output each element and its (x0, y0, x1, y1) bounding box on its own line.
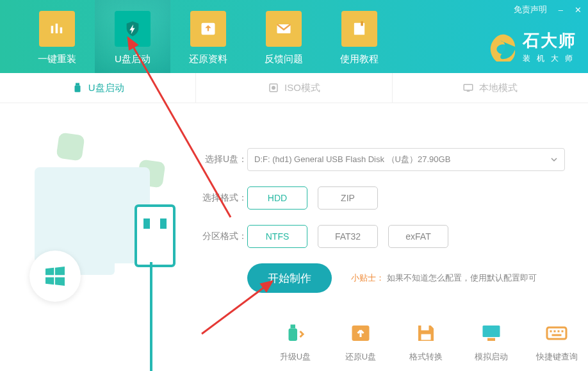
subtab-label: U盘启动 (88, 82, 124, 94)
svg-rect-1 (56, 24, 58, 33)
tool-simulate-boot[interactable]: 模拟启动 (465, 320, 518, 363)
svg-rect-13 (291, 325, 296, 329)
subtab-iso[interactable]: ISO模式 (196, 73, 392, 103)
window-controls: 免责声明 – ✕ (512, 3, 583, 17)
chevron-down-icon (550, 156, 558, 163)
tool-label: 快捷键查询 (536, 351, 578, 363)
restore-icon (347, 320, 375, 346)
fs-option-fat32[interactable]: FAT32 (318, 225, 378, 248)
envelope-icon (266, 11, 302, 47)
app-header: 一键重装 U盘启动 还原资料 反馈问题 (0, 0, 588, 73)
monitor-graphic (35, 167, 150, 263)
svg-rect-0 (51, 26, 54, 33)
main-nav: 一键重装 U盘启动 还原资料 反馈问题 (0, 0, 397, 73)
format-label: 选择格式： (199, 192, 247, 204)
fs-option-ntfs[interactable]: NTFS (247, 225, 307, 248)
usb-icon (72, 82, 83, 94)
svg-rect-18 (483, 326, 500, 337)
fs-segment: NTFS FAT32 exFAT (247, 225, 448, 248)
upload-box-icon (190, 11, 226, 47)
subtab-upan[interactable]: U盘启动 (0, 73, 196, 103)
usb-plug-graphic (135, 204, 176, 267)
subtab-label: 本地模式 (479, 82, 518, 94)
subtabs: U盘启动 ISO模式 本地模式 (0, 73, 588, 103)
svg-rect-6 (361, 21, 363, 26)
brand-subtitle: 装机大师 (523, 53, 579, 64)
svg-rect-23 (558, 331, 560, 333)
nav-item-reinstall[interactable]: 一键重装 (19, 0, 95, 73)
monitor-icon (462, 82, 474, 94)
tip: 小贴士：如果不知道怎么配置，使用默认配置即可 (351, 272, 537, 284)
bottom-toolbar: 升级U盘 还原U盘 格式转换 模拟启动 快捷键查询 (269, 320, 583, 363)
tip-text: 如果不知道怎么配置，使用默认配置即可 (387, 273, 537, 283)
nav-item-restore[interactable]: 还原资料 (170, 0, 246, 73)
tool-label: 模拟启动 (475, 351, 508, 363)
nav-label: U盘启动 (115, 53, 151, 65)
svg-point-10 (272, 86, 275, 90)
fs-option-exfat[interactable]: exFAT (388, 225, 448, 248)
svg-rect-25 (552, 334, 562, 336)
svg-rect-24 (562, 331, 564, 333)
tool-label: 升级U盘 (280, 351, 311, 363)
nav-label: 使用教程 (340, 53, 379, 65)
subtab-local[interactable]: 本地模式 (393, 73, 588, 103)
windows-circle-icon (29, 251, 81, 302)
nav-item-tutorial[interactable]: 使用教程 (322, 0, 397, 73)
svg-rect-12 (467, 91, 470, 92)
format-option-hdd[interactable]: HDD (247, 186, 307, 210)
disk-dropdown[interactable]: D:F: (hd1) General USB Flash Disk （U盘）27… (247, 148, 565, 171)
usb-upgrade-icon (281, 320, 309, 346)
select-disk-label: 选择U盘： (199, 154, 247, 165)
svg-rect-22 (554, 331, 556, 333)
brand-logo-icon (488, 32, 518, 62)
svg-rect-19 (487, 338, 495, 342)
leaf-icon (56, 132, 85, 161)
svg-rect-7 (76, 83, 79, 86)
format-segment: HDD ZIP (247, 186, 378, 210)
minimize-button[interactable]: – (557, 4, 564, 16)
subtab-label: ISO模式 (284, 82, 320, 94)
bars-icon (39, 11, 75, 47)
fs-label: 分区格式： (199, 231, 247, 242)
illustration (19, 122, 186, 289)
svg-rect-16 (421, 326, 429, 331)
svg-rect-17 (421, 334, 431, 340)
nav-label: 一键重装 (38, 53, 76, 65)
body: 选择U盘： D:F: (hd1) General USB Flash Disk … (0, 103, 588, 371)
usb-cable-graphic (150, 262, 152, 371)
nav-label: 反馈问题 (265, 53, 303, 65)
nav-label: 还原资料 (189, 53, 227, 65)
tool-shortcut-query[interactable]: 快捷键查询 (530, 320, 583, 363)
svg-rect-11 (464, 85, 473, 90)
svg-rect-14 (289, 329, 298, 342)
tool-restore-upan[interactable]: 还原U盘 (334, 320, 387, 363)
disk-dropdown-value: D:F: (hd1) General USB Flash Disk （U盘）27… (254, 154, 450, 165)
config-form: 选择U盘： D:F: (hd1) General USB Flash Disk … (199, 148, 565, 308)
tool-label: 还原U盘 (345, 351, 376, 363)
start-button[interactable]: 开始制作 (247, 263, 332, 293)
brand: 石大师 装机大师 (488, 29, 579, 64)
tip-label: 小贴士： (351, 273, 384, 283)
format-option-zip[interactable]: ZIP (318, 186, 378, 210)
svg-rect-20 (547, 327, 566, 339)
iso-icon (268, 82, 279, 94)
disclaimer-link[interactable]: 免责声明 (512, 3, 548, 17)
keyboard-icon (543, 320, 571, 346)
svg-rect-8 (74, 85, 80, 92)
svg-rect-2 (60, 28, 63, 33)
tool-format-convert[interactable]: 格式转换 (400, 320, 452, 363)
tool-label: 格式转换 (409, 351, 443, 363)
shield-bolt-icon (115, 11, 151, 47)
brand-title: 石大师 (523, 29, 579, 52)
simulate-icon (477, 320, 505, 346)
save-icon (412, 320, 440, 346)
nav-item-upan[interactable]: U盘启动 (95, 0, 170, 73)
nav-item-feedback[interactable]: 反馈问题 (246, 0, 322, 73)
book-icon (341, 11, 377, 47)
svg-rect-21 (550, 331, 552, 333)
tool-upgrade-upan[interactable]: 升级U盘 (269, 320, 322, 363)
close-button[interactable]: ✕ (573, 4, 583, 16)
